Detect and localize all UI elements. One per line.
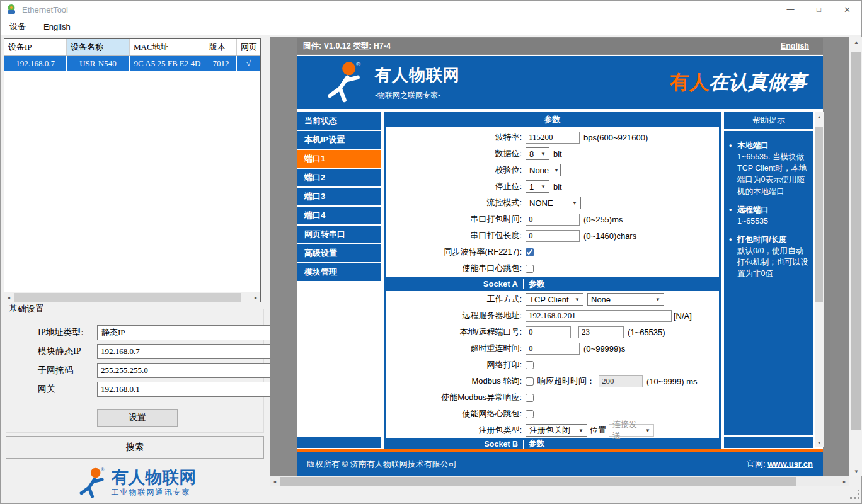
nav-item-web-to-serial[interactable]: 网页转串口 <box>297 226 381 243</box>
register-pack-position-select[interactable]: 连接发送▼ <box>609 424 654 437</box>
scrollbar-thumb[interactable] <box>14 293 241 302</box>
nav-item-module-admin[interactable]: 模块管理 <box>297 263 381 281</box>
browser-horizontal-scrollbar[interactable]: ◄ ► <box>270 476 849 486</box>
dropdown-arrow-icon: ▼ <box>640 428 650 433</box>
page-content: ® 有人物联网 -物联网之联网专家- 有人在认真做事 当前状态 本机IP设置 端… <box>297 55 823 449</box>
modbus-poll-label: Modbus 轮询: <box>386 375 522 387</box>
serial-heartbeat-checkbox[interactable] <box>526 265 534 273</box>
flow-control-row: 流控模式: NONE▼ <box>386 195 719 211</box>
maximize-button[interactable]: □ <box>805 1 833 18</box>
help-item-title: 远程端口 <box>737 204 769 215</box>
resize-grip[interactable] <box>851 491 861 501</box>
pack-time-input[interactable] <box>526 214 580 226</box>
pack-length-input[interactable] <box>526 230 580 242</box>
table-horizontal-scrollbar[interactable]: ◄ ► <box>4 292 260 302</box>
socket-b-header: Socket B 参数 <box>384 438 721 449</box>
usr-logo-text: 有人物联网 工业物联网通讯专家 <box>112 469 197 497</box>
usr-logo: ® 有人物联网 工业物联网通讯专家 <box>6 464 264 502</box>
socket-b-subtitle: 参数 <box>524 438 544 449</box>
nav-item-advanced[interactable]: 高级设置 <box>297 244 381 262</box>
net-print-checkbox[interactable] <box>526 361 534 369</box>
set-button[interactable]: 设置 <box>97 409 178 427</box>
scroll-down-icon[interactable]: ▼ <box>815 438 824 447</box>
close-button[interactable]: ✕ <box>833 1 861 18</box>
scroll-right-icon[interactable]: ► <box>840 476 849 486</box>
page-vertical-scrollbar[interactable]: ▲ ▼ <box>815 112 824 447</box>
reconnect-hint: (0~99999)s <box>583 344 625 353</box>
work-mode-row: 工作方式: TCP Client▼ None▼ <box>386 291 719 307</box>
col-header-device-ip[interactable]: 设备IP <box>4 39 67 55</box>
cell-device-ip: 192.168.0.7 <box>4 56 67 71</box>
modbus-exception-checkbox[interactable] <box>526 394 534 402</box>
scrollbar-thumb[interactable] <box>280 477 796 486</box>
reconnect-input[interactable] <box>526 343 580 355</box>
work-mode-select[interactable]: TCP Client▼ <box>526 293 583 306</box>
remote-address-hint: [N/A] <box>674 311 692 321</box>
local-port-input[interactable] <box>526 326 571 338</box>
browser-vertical-scrollbar[interactable]: ▲ ▼ <box>850 37 862 476</box>
work-mode-secondary-select[interactable]: None▼ <box>587 293 664 306</box>
static-ip-label: 模块静态IP <box>38 346 81 357</box>
reconnect-label: 超时重连时间: <box>386 343 522 354</box>
banner-slogan: 有人在认真做事 <box>670 69 807 96</box>
app-window: EthernetTool — □ ✕ 设备 English 设备IP 设备名称 … <box>0 0 862 504</box>
net-heartbeat-label: 使能网络心跳包: <box>386 408 522 420</box>
pack-time-row: 串口打包时间: (0~255)ms <box>386 211 719 227</box>
nav-item-local-ip[interactable]: 本机IP设置 <box>297 131 381 149</box>
sync-baud-checkbox[interactable] <box>526 248 534 256</box>
remote-port-input[interactable] <box>578 326 624 338</box>
pack-length-row: 串口打包长度: (0~1460)chars <box>386 227 719 244</box>
table-row[interactable]: 192.168.0.7 USR-N540 9C A5 25 FB E2 4D 7… <box>4 56 260 71</box>
modbus-timeout-input[interactable] <box>599 375 643 387</box>
language-link[interactable]: English <box>781 42 809 50</box>
dropdown-arrow-icon: ▼ <box>567 200 577 206</box>
net-print-row: 网络打印: <box>386 357 719 373</box>
menu-english[interactable]: English <box>35 18 79 35</box>
col-header-web[interactable]: 网页 <box>237 39 260 55</box>
nav-item-port1[interactable]: 端口1 <box>297 150 381 168</box>
help-bottom-cap <box>724 437 813 448</box>
minimize-button[interactable]: — <box>776 1 805 18</box>
help-item-title: 本地端口 <box>737 140 810 151</box>
dropdown-arrow-icon: ▼ <box>573 428 583 433</box>
nav-item-current-status[interactable]: 当前状态 <box>297 112 381 130</box>
banner-title: 有人物联网 <box>375 64 460 86</box>
nav-item-port2[interactable]: 端口2 <box>297 169 381 186</box>
net-heartbeat-checkbox[interactable] <box>526 410 534 418</box>
menu-device[interactable]: 设备 <box>1 18 35 35</box>
col-header-device-name[interactable]: 设备名称 <box>67 39 130 55</box>
remote-address-input[interactable] <box>526 310 672 322</box>
modbus-poll-checkbox[interactable] <box>526 377 534 386</box>
data-bits-select[interactable]: 8▼ <box>526 147 549 160</box>
flow-control-select[interactable]: NONE▼ <box>526 197 581 209</box>
scroll-right-icon[interactable]: ► <box>251 292 260 302</box>
web-link-icon[interactable]: √ <box>237 56 260 71</box>
menu-bar: 设备 English <box>1 18 861 35</box>
sync-baud-label: 同步波特率(RF2217): <box>386 246 522 258</box>
col-header-mac[interactable]: MAC地址 <box>130 39 205 55</box>
slogan-white: 在认真做事 <box>709 71 807 93</box>
scroll-left-icon[interactable]: ◄ <box>270 476 279 486</box>
register-pack-select[interactable]: 注册包关闭▼ <box>526 424 587 437</box>
parity-select[interactable]: None▼ <box>526 164 561 176</box>
stop-bits-select[interactable]: 1▼ <box>526 180 549 193</box>
scroll-left-icon[interactable]: ◄ <box>4 292 13 302</box>
bullet-icon: • <box>729 140 737 197</box>
scroll-up-icon[interactable]: ▲ <box>815 112 824 121</box>
scrollbar-thumb[interactable] <box>851 52 861 430</box>
scrollbar-thumb[interactable] <box>815 127 823 302</box>
nav-bottom-cap <box>297 437 381 448</box>
nav-item-port4[interactable]: 端口4 <box>297 207 381 224</box>
register-pack-position-label: 位置 <box>590 425 606 436</box>
page-footer: 版权所有 © 济南有人物联网技术有限公司 官网: www.usr.cn <box>297 452 823 476</box>
baud-rate-label: 波特率: <box>386 132 522 143</box>
search-button[interactable]: 搜索 <box>6 436 264 459</box>
site-link[interactable]: www.usr.cn <box>767 459 813 469</box>
nav-item-port3[interactable]: 端口3 <box>297 188 381 205</box>
scroll-up-icon[interactable]: ▲ <box>850 37 862 47</box>
scroll-down-icon[interactable]: ▼ <box>850 466 862 476</box>
modbus-timeout-label: 响应超时时间： <box>537 375 595 387</box>
baud-rate-input[interactable] <box>526 132 580 144</box>
window-title: EthernetTool <box>22 5 68 14</box>
col-header-version[interactable]: 版本 <box>205 39 237 55</box>
